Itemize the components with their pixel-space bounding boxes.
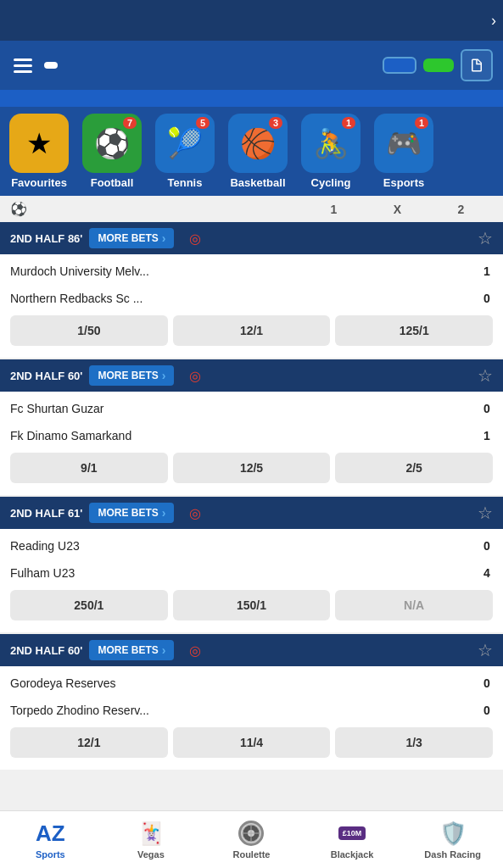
top-nav: › (0, 0, 503, 41)
match-block-3: 2ND HALF 60' MORE BETS › ◎ ☆ Gorodeya Re… (0, 634, 503, 770)
col-1: 1 (302, 203, 366, 216)
az-icon: AZ (36, 822, 65, 832)
team2-name-2: Fulham U23 (10, 566, 476, 580)
roulette-icon (238, 821, 264, 832)
nav-item-roulette[interactable]: Roulette (201, 811, 302, 832)
more-bets-btn-0[interactable]: MORE BETS › (89, 228, 174, 248)
nav-item-blackjack[interactable]: £10M Blackjack (302, 811, 403, 832)
match-block-0: 2ND HALF 86' MORE BETS › ◎ ☆ Murdoch Uni… (0, 222, 503, 358)
team1-name-2: Reading U23 (10, 539, 476, 553)
team1-score-3: 0 (481, 676, 493, 690)
account-icon-button[interactable] (461, 49, 493, 81)
cards-icon: 🃏 (137, 821, 165, 833)
team2-score-3: 0 (481, 704, 493, 717)
team-row-2-0: Northern Redbacks Sc ... 0 (0, 285, 503, 312)
more-bets-btn-3[interactable]: MORE BETS › (89, 640, 174, 660)
odd1-btn-0[interactable]: 1/50 (10, 315, 168, 346)
sport-item-esports[interactable]: 🎮 1 Esports (370, 114, 438, 189)
sport-item-cycling[interactable]: 🚴 1 Cycling (297, 114, 365, 189)
shield-icon: 🛡️ (439, 821, 467, 833)
more-bets-btn-1[interactable]: MORE BETS › (89, 365, 174, 386)
oddx-btn-0[interactable]: 12/1 (173, 315, 331, 346)
sport-label-esports: Esports (383, 176, 424, 189)
sport-emoji-tennis: 🎾 (167, 126, 203, 160)
match-body-2: Reading U23 0 Fulham U23 4 250/1 150/1 N… (0, 529, 503, 632)
more-bets-btn-2[interactable]: MORE BETS › (89, 503, 174, 523)
sport-label-basketball: Basketball (230, 176, 285, 189)
chevron-icon-3: › (162, 643, 166, 657)
header-actions (383, 49, 493, 81)
header (0, 41, 503, 90)
match-header-1: 2ND HALF 60' MORE BETS › ◎ ☆ (0, 359, 503, 392)
favourite-star-3[interactable]: ☆ (478, 640, 493, 660)
team1-name-3: Gorodeya Reserves (10, 676, 476, 690)
nav-item-dash-racing[interactable]: 🛡️ Dash Racing (402, 811, 503, 832)
live-icon-3: ◎ (189, 643, 201, 659)
odd2-btn-2[interactable]: N/A (335, 590, 493, 620)
team2-name-3: Torpedo Zhodino Reserv... (10, 704, 476, 717)
chevron-icon-2: › (162, 506, 166, 520)
match-time-1: 2ND HALF 60' (10, 370, 82, 382)
sport-item-basketball[interactable]: 🏀 3 Basketball (224, 114, 292, 189)
sport-badge-football: 7 (123, 117, 137, 129)
col-x: X (366, 203, 429, 216)
nav-item-vegas[interactable]: 🃏 Vegas (101, 811, 202, 832)
match-block-2: 2ND HALF 61' MORE BETS › ◎ ☆ Reading U23… (0, 497, 503, 632)
team-row-1-0: Murdoch University Melv... 1 (0, 258, 503, 285)
sport-emoji-favourites: ★ (26, 126, 52, 160)
hamburger-menu[interactable] (10, 55, 36, 76)
team2-score-1: 1 (481, 429, 493, 442)
odd1-btn-3[interactable]: 12/1 (10, 727, 168, 758)
sport-icon-esports: 🎮 1 (374, 114, 433, 173)
nav-live-casino[interactable] (88, 0, 109, 41)
oddx-btn-1[interactable]: 12/5 (173, 453, 331, 483)
match-body-1: Fc Shurtan Guzar 0 Fk Dinamo Samarkand 1… (0, 392, 503, 495)
favourite-star-2[interactable]: ☆ (478, 503, 493, 523)
sport-item-tennis[interactable]: 🎾 5 Tennis (151, 114, 219, 189)
favourite-star-0[interactable]: ☆ (478, 228, 493, 248)
sport-label-tennis: Tennis (168, 176, 203, 189)
sport-item-favourites[interactable]: ★ Favourites (5, 114, 73, 189)
team-row-2-2: Fulham U23 4 (0, 559, 503, 587)
odd1-btn-1[interactable]: 9/1 (10, 453, 168, 483)
favourite-star-1[interactable]: ☆ (478, 365, 493, 386)
sport-categories: ★ Favourites ⚽ 7 Football 🎾 5 Tennis 🏀 3… (0, 107, 503, 196)
nav-item-sports[interactable]: AZ Sports (0, 811, 101, 832)
odd2-btn-3[interactable]: 1/3 (335, 727, 493, 758)
nav-casino[interactable] (48, 0, 68, 41)
odd1-btn-2[interactable]: 250/1 (10, 590, 168, 620)
col-sport-icon: ⚽ (10, 201, 27, 217)
odd2-btn-0[interactable]: 125/1 (335, 315, 493, 346)
sport-label-cycling: Cycling (311, 176, 351, 189)
col-headers: ⚽ 1 X 2 (0, 196, 503, 222)
sport-badge-cycling: 1 (342, 117, 355, 129)
nav-more-arrow[interactable]: › (491, 12, 496, 30)
sport-icon-tennis: 🎾 5 (155, 114, 215, 173)
match-time-2: 2ND HALF 61' (10, 507, 82, 520)
team1-name-0: Murdoch University Melv... (10, 264, 476, 278)
team2-score-0: 0 (481, 292, 493, 305)
odds-row-0: 1/50 12/1 125/1 (0, 312, 503, 354)
sport-item-football[interactable]: ⚽ 7 Football (78, 114, 146, 189)
match-time-3: 2ND HALF 60' (10, 644, 82, 657)
team1-score-1: 0 (481, 402, 493, 415)
team-row-1-2: Reading U23 0 (0, 532, 503, 559)
sport-label-football: Football (91, 176, 134, 189)
nav-sports[interactable] (7, 0, 27, 41)
team1-score-0: 1 (481, 264, 493, 278)
odd2-btn-1[interactable]: 2/5 (335, 453, 493, 483)
sport-badge-esports: 1 (415, 117, 428, 129)
match-body-0: Murdoch University Melv... 1 Northern Re… (0, 254, 503, 358)
logo (44, 62, 58, 69)
match-list: 2ND HALF 86' MORE BETS › ◎ ☆ Murdoch Uni… (0, 222, 503, 770)
nav-lotto[interactable] (68, 0, 88, 41)
match-body-3: Gorodeya Reserves 0 Torpedo Zhodino Rese… (0, 666, 503, 770)
oddx-btn-3[interactable]: 11/4 (173, 727, 331, 758)
odds-row-1: 9/1 12/5 2/5 (0, 449, 503, 492)
login-button[interactable] (383, 57, 416, 74)
oddx-btn-2[interactable]: 150/1 (173, 590, 331, 620)
sport-icon-football: ⚽ 7 (82, 114, 142, 173)
register-button[interactable] (423, 58, 454, 72)
nav-games[interactable] (27, 0, 48, 41)
col-2: 2 (429, 203, 493, 216)
